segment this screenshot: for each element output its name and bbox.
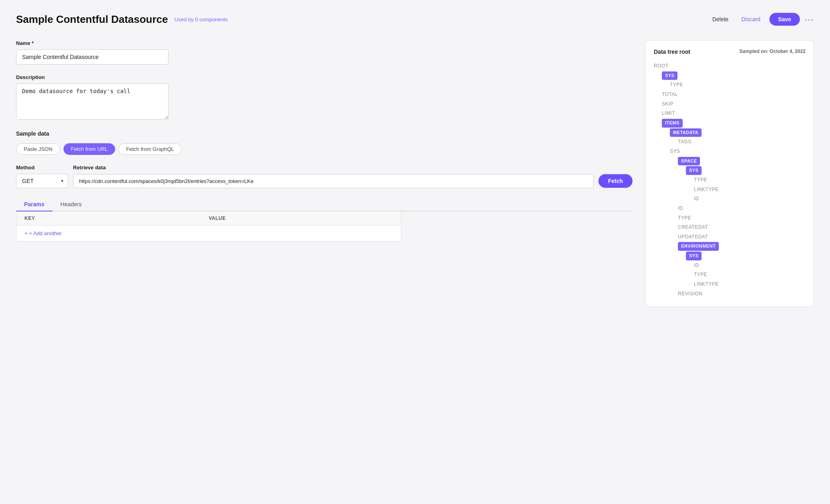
- more-button[interactable]: ···: [805, 15, 814, 24]
- tree-node-plain: LINKTYPE: [694, 280, 806, 289]
- tree-node-highlighted: SPACE: [678, 157, 700, 166]
- tree-node[interactable]: ID: [654, 204, 806, 213]
- method-label: Method: [16, 165, 68, 171]
- tree-node-highlighted: SYS: [686, 166, 702, 175]
- tree-node[interactable]: SYS: [654, 251, 806, 261]
- description-group: Description Demo datasource for today's …: [16, 74, 633, 121]
- fetch-config-group: Method Retrieve data GET POST PUT DELETE…: [16, 165, 633, 188]
- name-group: Name *: [16, 40, 633, 65]
- tree-node[interactable]: REVISION: [654, 289, 806, 299]
- headers-tab[interactable]: Headers: [53, 198, 90, 211]
- tree-container: ROOTSYSTYPETOTALSKIPLIMITITEMSMETADATATA…: [654, 61, 806, 299]
- params-tab[interactable]: Params: [16, 198, 53, 211]
- page-header: Sample Contentful Datasource Used by 0 c…: [16, 13, 814, 26]
- discard-button[interactable]: Discard: [737, 14, 764, 25]
- sample-data-title: Sample data: [16, 130, 633, 137]
- fetch-row: GET POST PUT DELETE ▾ Fetch: [16, 174, 633, 188]
- tree-node[interactable]: ID: [654, 261, 806, 270]
- tree-node-plain: TYPE: [694, 270, 806, 279]
- add-another-row: + + Add another: [16, 226, 401, 241]
- tree-node[interactable]: SYS: [654, 71, 806, 81]
- params-table-header: KEY VALUE: [16, 211, 401, 226]
- tree-node-plain: TOTAL: [662, 90, 806, 99]
- tree-node-highlighted: ENVIRONMENT: [678, 242, 719, 251]
- params-table: KEY VALUE + + Add another: [16, 211, 401, 242]
- tree-node-plain: CREATEDAT: [678, 223, 806, 232]
- tree-node-highlighted: METADATA: [670, 128, 702, 137]
- plus-icon: +: [24, 230, 28, 236]
- tree-node[interactable]: TYPE: [654, 175, 806, 185]
- tree-node-plain: ID: [694, 195, 806, 203]
- sample-data-group: Sample data Paste JSON Fetch from URL Fe…: [16, 130, 633, 155]
- tree-node-plain: SKIP: [662, 100, 806, 109]
- right-panel-header: Data tree root Sampled on: October 4, 20…: [654, 49, 806, 55]
- params-headers-tabs: Params Headers: [16, 198, 633, 211]
- tree-node-plain: TYPE: [670, 81, 806, 89]
- description-textarea[interactable]: Demo datasource for today's call: [16, 83, 169, 120]
- tree-node-plain: ROOT: [654, 62, 806, 71]
- method-select-wrapper: GET POST PUT DELETE ▾: [16, 174, 68, 188]
- tree-node[interactable]: SPACE: [654, 156, 806, 166]
- tree-node-highlighted: SYS: [686, 252, 702, 260]
- tree-node-plain: REVISION: [678, 290, 806, 299]
- add-another-label: + Add another: [29, 230, 62, 236]
- description-label: Description: [16, 74, 633, 80]
- tree-node[interactable]: SYS: [654, 166, 806, 175]
- tree-node-plain: SYS: [670, 147, 806, 156]
- save-button[interactable]: Save: [769, 13, 800, 26]
- tree-node[interactable]: TOTAL: [654, 90, 806, 100]
- tree-node-plain: ID: [694, 261, 806, 270]
- key-column-header: KEY: [24, 215, 209, 221]
- tree-node[interactable]: CREATEDAT: [654, 223, 806, 232]
- tree-node[interactable]: LIMIT: [654, 109, 806, 118]
- tree-node-plain: LINKTYPE: [694, 185, 806, 194]
- tree-node[interactable]: SKIP: [654, 100, 806, 109]
- tree-node[interactable]: TYPE: [654, 213, 806, 223]
- retrieve-data-label: Retrieve data: [73, 165, 633, 171]
- value-column-header: VALUE: [209, 215, 393, 221]
- url-input[interactable]: [73, 174, 594, 188]
- tree-node[interactable]: TAGS: [654, 137, 806, 147]
- sample-data-tabs: Paste JSON Fetch from URL Fetch from Gra…: [16, 143, 633, 155]
- tree-node[interactable]: ROOT: [654, 61, 806, 71]
- tab-fetch-graphql[interactable]: Fetch from GraphQL: [118, 143, 181, 155]
- tree-node-plain: LIMIT: [662, 109, 806, 118]
- tree-node[interactable]: ENVIRONMENT: [654, 242, 806, 251]
- name-label: Name *: [16, 40, 633, 46]
- data-tree-title: Data tree root: [654, 49, 690, 55]
- delete-button[interactable]: Delete: [708, 14, 732, 25]
- tree-node[interactable]: SYS: [654, 147, 806, 156]
- params-headers-section: Params Headers KEY VALUE + + Add another: [16, 198, 633, 242]
- tree-node[interactable]: METADATA: [654, 128, 806, 138]
- tree-node[interactable]: ITEMS: [654, 118, 806, 128]
- right-panel: Data tree root Sampled on: October 4, 20…: [645, 40, 814, 307]
- tree-node[interactable]: LINKTYPE: [654, 280, 806, 289]
- method-select[interactable]: GET POST PUT DELETE: [16, 174, 68, 188]
- tree-node-plain: UPDATEDAT: [678, 233, 806, 242]
- tab-fetch-url[interactable]: Fetch from URL: [63, 143, 116, 155]
- tree-node[interactable]: ID: [654, 194, 806, 204]
- page-title: Sample Contentful Datasource: [16, 13, 168, 26]
- used-by-badge: Used by 0 components: [175, 16, 228, 22]
- tree-node-plain: TYPE: [694, 176, 806, 185]
- tree-node-plain: ID: [678, 204, 806, 213]
- header-left: Sample Contentful Datasource Used by 0 c…: [16, 13, 228, 26]
- tree-node-plain: TAGS: [678, 138, 806, 146]
- tree-node-plain: TYPE: [678, 214, 806, 223]
- tree-node[interactable]: LINKTYPE: [654, 185, 806, 195]
- fetch-row-labels: Method Retrieve data: [16, 165, 633, 171]
- header-actions: Delete Discard Save ···: [708, 13, 814, 26]
- main-content: Name * Description Demo datasource for t…: [16, 40, 814, 307]
- name-input[interactable]: [16, 49, 169, 65]
- add-another-button[interactable]: + + Add another: [24, 230, 62, 236]
- tree-node[interactable]: TYPE: [654, 270, 806, 280]
- tree-node-highlighted: ITEMS: [662, 119, 683, 128]
- tree-node[interactable]: UPDATEDAT: [654, 232, 806, 242]
- tree-node-highlighted: SYS: [662, 71, 677, 80]
- left-panel: Name * Description Demo datasource for t…: [16, 40, 633, 307]
- tab-paste-json[interactable]: Paste JSON: [16, 143, 60, 155]
- fetch-button[interactable]: Fetch: [598, 174, 633, 188]
- tree-node[interactable]: TYPE: [654, 80, 806, 90]
- sampled-on-label: Sampled on: October 4, 2022: [739, 49, 806, 54]
